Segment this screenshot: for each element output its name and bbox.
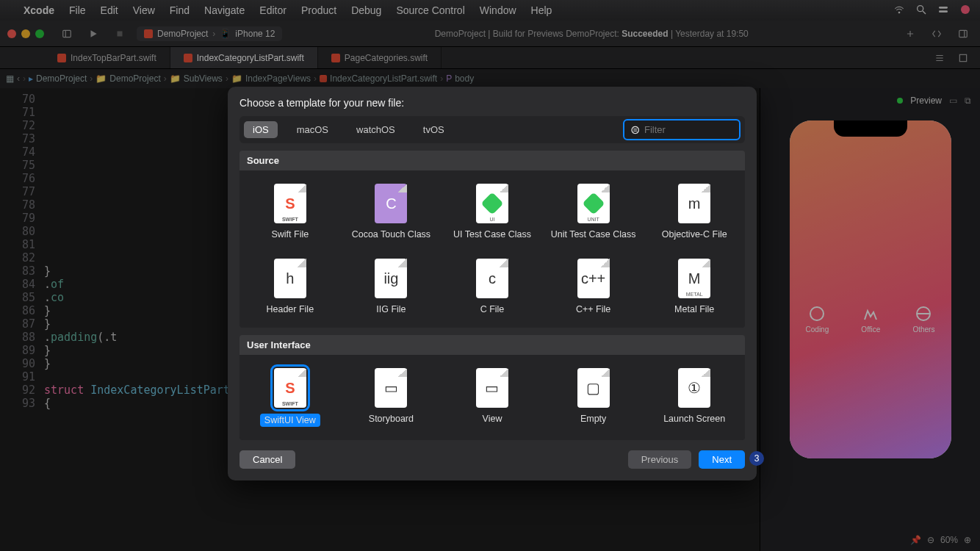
platform-macos[interactable]: macOS (288, 121, 337, 138)
template-empty[interactable]: ▢Empty (543, 365, 644, 430)
section-source: Source (239, 151, 745, 170)
tutorial-step-badge: 3 (749, 451, 764, 466)
platform-watchos[interactable]: watchOS (347, 121, 404, 138)
template-cocoa-touch-class[interactable]: CCocoa Touch Class (341, 181, 442, 242)
filter-field[interactable]: ⊜ (623, 119, 741, 140)
platform-ios[interactable]: iOS (244, 121, 278, 138)
cancel-button[interactable]: Cancel (239, 450, 295, 469)
previous-button[interactable]: Previous (628, 450, 692, 469)
platform-tvos[interactable]: tvOS (414, 121, 453, 138)
template-storyboard[interactable]: ▭Storyboard (341, 365, 442, 430)
dialog-title: Choose a template for your new file: (239, 97, 745, 109)
next-button[interactable]: Next (699, 450, 745, 469)
section-ui: User Interface (239, 335, 745, 355)
template-iig-file[interactable]: iigIIG File (341, 256, 442, 317)
filter-icon: ⊜ (630, 123, 640, 137)
platform-tabs: iOS macOS watchOS tvOS ⊜ (239, 116, 745, 143)
template-launch-screen[interactable]: ①Launch Screen (644, 365, 745, 430)
template-swift-file[interactable]: SSWIFTSwift File (239, 181, 341, 242)
filter-input[interactable] (644, 124, 733, 135)
template-header-file[interactable]: hHeader File (239, 256, 341, 317)
template-swiftui-view[interactable]: SSWIFTSwiftUI View (239, 365, 341, 430)
template-view[interactable]: ▭View (442, 365, 543, 430)
template-objective-c-file[interactable]: mObjective-C File (644, 181, 745, 242)
template-c-file[interactable]: cC File (442, 256, 543, 317)
template-unit-test-case-class[interactable]: UNITUnit Test Case Class (543, 181, 644, 242)
template-metal-file[interactable]: MMETALMetal File (644, 256, 745, 317)
new-file-dialog: Choose a template for your new file: iOS… (228, 87, 757, 480)
template-ui-test-case-class[interactable]: UIUI Test Case Class (442, 181, 543, 242)
template-c-file[interactable]: c++C++ File (543, 256, 644, 317)
